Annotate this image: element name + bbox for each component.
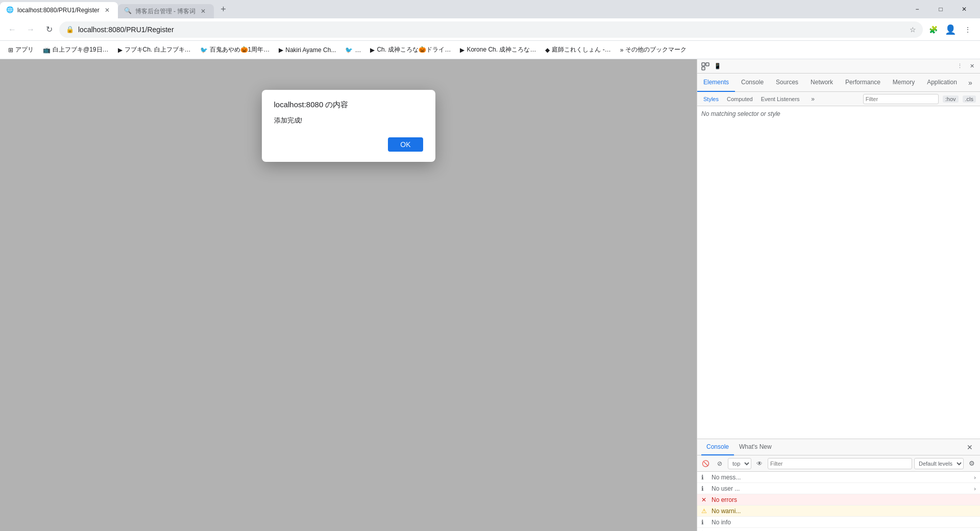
bookmark-4[interactable]: ▶ Nakiri Ayame Ch... — [275, 44, 340, 56]
dialog-ok-button[interactable]: OK — [388, 137, 423, 152]
tab-register[interactable]: 🌐 localhost:8080/PRU1/Register ✕ — [0, 2, 118, 18]
bookmark-apps[interactable]: ⊞ アプリ — [4, 43, 38, 56]
new-tab-button[interactable]: + — [216, 2, 230, 16]
console-msg-text-1: No user ... — [712, 485, 740, 492]
bookmark-7-label: Korone Ch. 成神ころな… — [467, 45, 536, 54]
devtools-tab-memory[interactable]: Memory — [887, 74, 921, 92]
bookmark-4-label: Nakiri Ayame Ch... — [285, 46, 336, 54]
alert-dialog: localhost:8080 の内容 添加完成! OK — [262, 90, 435, 162]
chrome-window: 🌐 localhost:8080/PRU1/Register ✕ 🔍 博客后台管… — [0, 0, 980, 531]
tab-title-register: localhost:8080/PRU1/Register — [17, 7, 100, 14]
window-controls: − □ ✕ — [901, 0, 980, 18]
bookmark-5[interactable]: 🐦 … — [341, 44, 365, 56]
dialog-overlay: localhost:8080 の内容 添加完成! OK — [0, 59, 697, 531]
console-msg-text-2: No errors — [712, 496, 737, 503]
devtools-styles-content: No matching selector or style — [697, 106, 980, 122]
console-clear-icon[interactable]: ⊘ — [714, 457, 726, 470]
console-context-select[interactable]: top — [728, 458, 751, 469]
devtools-more-btn[interactable]: ⋮ — [953, 60, 966, 73]
console-message-1: ℹ No user ... › — [697, 483, 980, 494]
styles-tab-event-listeners[interactable]: Event Listeners — [759, 95, 802, 103]
bookmark-2-label: フブキCh. 白上フブキ… — [125, 45, 191, 54]
styles-tab-styles[interactable]: Styles — [701, 95, 721, 103]
extensions-icon[interactable]: 🧩 — [925, 21, 941, 38]
console-tab-whatsnew[interactable]: What's New — [734, 439, 777, 455]
console-message-0: ℹ No mess... › — [697, 472, 980, 483]
devtools-tab-application[interactable]: Application — [921, 74, 963, 92]
console-message-2: ✕ No errors — [697, 494, 980, 505]
dialog-title: localhost:8080 の内容 — [274, 100, 423, 110]
styles-tab-computed[interactable]: Computed — [725, 95, 755, 103]
console-msg-icon-1: ℹ — [701, 485, 708, 492]
svg-rect-2 — [702, 67, 705, 70]
console-preserve-log-icon[interactable]: 🚫 — [699, 457, 712, 470]
console-message-4: ℹ No info — [697, 517, 980, 528]
styles-no-match-text: No matching selector or style — [701, 110, 780, 117]
close-button[interactable]: ✕ — [952, 0, 976, 18]
chrome-menu-button[interactable]: ⋮ — [960, 21, 976, 38]
bookmark-8[interactable]: ◆ 庭師これくしょん -… — [541, 43, 615, 56]
bookmark-3[interactable]: 🐦 百鬼あやめ🎃1周年… — [196, 43, 274, 56]
bookmark-6-label: Ch. 成神ころな🎃ドライ… — [377, 45, 451, 54]
console-msg-text-3: No warni... — [712, 508, 741, 515]
back-button[interactable]: ← — [4, 21, 20, 38]
tab-title-blog: 博客后台管理 - 博客词 — [135, 7, 196, 16]
console-level-select[interactable]: Default levels — [914, 458, 964, 469]
console-messages: ℹ No mess... › ℹ No user ... › ✕ — [697, 472, 980, 531]
apps-favicon: ⊞ — [8, 46, 13, 54]
bookmark-4-favicon: ▶ — [279, 46, 283, 54]
page-area: localhost:8080 の内容 添加完成! OK — [0, 59, 697, 531]
bookmark-more[interactable]: » その他のブックマーク — [616, 43, 691, 56]
main-content: localhost:8080 の内容 添加完成! OK 📱 ⋮ ✕ — [0, 59, 980, 531]
title-bar: 🌐 localhost:8080/PRU1/Register ✕ 🔍 博客后台管… — [0, 0, 980, 18]
styles-filter-input[interactable] — [863, 94, 939, 104]
tab-close-blog[interactable]: ✕ — [199, 7, 208, 16]
console-msg-expand-0[interactable]: › — [974, 474, 976, 480]
styles-tabs-more[interactable]: » — [806, 92, 820, 108]
bookmark-7[interactable]: ▶ Korone Ch. 成神ころな… — [456, 43, 540, 56]
console-msg-icon-4: ℹ — [701, 519, 708, 526]
devtools-device-icon[interactable]: 📱 — [712, 60, 724, 73]
bookmark-6[interactable]: ▶ Ch. 成神ころな🎃ドライ… — [366, 43, 455, 56]
profile-icon[interactable]: 👤 — [942, 21, 959, 38]
tab-blog[interactable]: 🔍 博客后台管理 - 博客词 ✕ — [118, 4, 214, 18]
forward-button[interactable]: → — [22, 21, 39, 38]
bookmark-7-favicon: ▶ — [460, 46, 464, 54]
devtools-tab-elements[interactable]: Elements — [697, 74, 735, 92]
bookmark-8-favicon: ◆ — [545, 46, 550, 54]
bookmark-5-label: … — [355, 46, 361, 54]
console-eye-icon[interactable]: 👁 — [753, 457, 766, 470]
toolbar-icons: 🧩 👤 ⋮ — [925, 21, 976, 38]
devtools-inspect-icon[interactable] — [699, 60, 712, 73]
bookmark-more-text: その他のブックマーク — [625, 45, 687, 54]
console-settings-icon[interactable]: ⚙ — [966, 457, 978, 470]
devtools-tab-sources[interactable]: Sources — [770, 74, 804, 92]
console-msg-expand-1[interactable]: › — [974, 486, 976, 492]
bookmark-star-icon[interactable]: ☆ — [910, 26, 916, 34]
devtools-styles-area: Styles Computed Event Listeners » :hov .… — [697, 92, 980, 439]
bookmark-1-favicon: 📺 — [43, 46, 51, 54]
tab-close-register[interactable]: ✕ — [103, 6, 112, 15]
minimize-button[interactable]: − — [905, 0, 929, 18]
bookmark-2-favicon: ▶ — [118, 46, 122, 54]
styles-cls-button[interactable]: .cls — [963, 95, 976, 103]
console-filter-input[interactable] — [768, 458, 912, 469]
dialog-buttons: OK — [274, 137, 423, 152]
bookmark-2[interactable]: ▶ フブキCh. 白上フブキ… — [114, 43, 195, 56]
devtools-tab-performance[interactable]: Performance — [839, 74, 887, 92]
devtools-close-btn[interactable]: ✕ — [966, 60, 978, 73]
console-msg-icon-0: ℹ — [701, 474, 708, 481]
devtools-tab-network[interactable]: Network — [804, 74, 839, 92]
console-msg-icon-3: ⚠ — [701, 508, 708, 515]
reload-button[interactable]: ↻ — [41, 21, 57, 38]
console-tab-console[interactable]: Console — [701, 439, 734, 455]
devtools-tab-console[interactable]: Console — [735, 74, 770, 92]
styles-hov-button[interactable]: :hov — [943, 95, 959, 103]
bookmark-1-label: 白上フブキ@19日… — [53, 45, 109, 54]
address-bar[interactable]: 🔒 localhost:8080/PRU1/Register ☆ — [59, 21, 923, 38]
maximize-button[interactable]: □ — [929, 0, 952, 18]
devtools-body: Styles Computed Event Listeners » :hov .… — [697, 92, 980, 531]
console-close-button[interactable]: ✕ — [964, 441, 976, 453]
devtools-tabs-more[interactable]: » — [963, 74, 977, 92]
bookmark-1[interactable]: 📺 白上フブキ@19日… — [39, 43, 113, 56]
